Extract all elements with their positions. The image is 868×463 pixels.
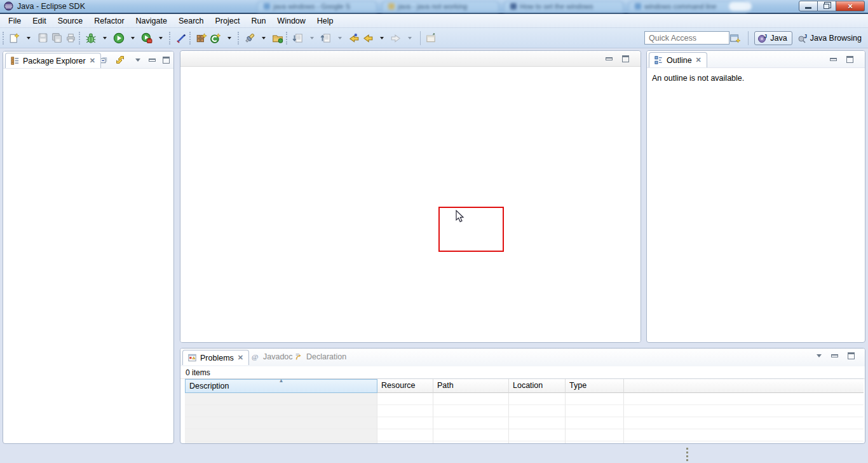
menu-project[interactable]: Project (210, 15, 246, 27)
toolbar-grip[interactable] (238, 32, 240, 45)
toolbar-grip[interactable] (189, 32, 192, 45)
new-java-class-button[interactable] (208, 31, 222, 46)
package-explorer-body[interactable] (3, 69, 173, 444)
back-dropdown[interactable] (375, 31, 389, 46)
new-wizard-dropdown[interactable] (22, 31, 36, 46)
run-button[interactable] (112, 31, 126, 46)
tab-problems[interactable]: Problems ✕ (182, 350, 249, 365)
toolbar-grip[interactable] (79, 32, 81, 45)
next-annotation-dropdown[interactable] (305, 31, 319, 46)
tab-outline[interactable]: Outline ✕ (649, 52, 707, 67)
minimize-view-button[interactable] (828, 55, 838, 64)
previous-annotation-dropdown[interactable] (333, 31, 347, 46)
minimize-view-icon (831, 354, 838, 357)
menu-refactor[interactable]: Refactor (88, 15, 130, 27)
forward-button[interactable] (389, 31, 403, 46)
editor-canvas[interactable] (180, 67, 641, 343)
maximize-view-icon (848, 352, 855, 359)
perspective-java-label: Java (770, 34, 787, 43)
minimize-editor-button[interactable] (604, 54, 614, 63)
next-annotation-button[interactable] (291, 31, 305, 46)
maximize-view-button[interactable] (161, 55, 171, 64)
background-browser-tab[interactable]: How to set the windows (504, 1, 623, 12)
minimize-button[interactable] (799, 1, 818, 11)
quick-access-input[interactable] (644, 31, 729, 45)
table-header-row: ▲ Description Resource Path Location Typ… (185, 379, 864, 393)
column-header-type[interactable]: Type (566, 379, 624, 393)
background-tab-label: java windows - Google S (273, 3, 350, 10)
javadoc-icon: @ (251, 352, 260, 361)
debug-button[interactable] (84, 31, 98, 46)
view-menu-button[interactable] (133, 55, 143, 64)
forward-dropdown[interactable] (403, 31, 417, 46)
declaration-icon (294, 352, 303, 361)
close-view-icon[interactable]: ✕ (89, 57, 96, 64)
perspective-java-browsing-button[interactable]: J Java Browsing (795, 32, 864, 45)
open-new-window-button[interactable] (424, 31, 438, 46)
new-java-project-button[interactable] (194, 31, 208, 46)
menu-navigate[interactable]: Navigate (130, 15, 173, 27)
open-resource-button[interactable] (271, 31, 285, 46)
annotation-rectangle (438, 207, 504, 252)
back-button[interactable] (361, 31, 375, 46)
external-tools-dropdown[interactable] (154, 31, 168, 46)
view-menu-icon (817, 354, 822, 357)
last-edit-location-button[interactable] (347, 31, 361, 46)
minimize-view-button[interactable] (147, 55, 157, 64)
debug-icon (85, 32, 97, 44)
link-with-editor-button[interactable] (115, 55, 125, 64)
minimize-view-button[interactable] (829, 351, 839, 360)
menu-help[interactable]: Help (311, 15, 339, 27)
previous-annotation-button[interactable] (319, 31, 333, 46)
menu-run[interactable]: Run (245, 15, 271, 27)
save-all-button[interactable] (50, 31, 64, 46)
close-view-icon[interactable]: ✕ (695, 57, 702, 64)
open-perspective-button[interactable] (728, 31, 742, 46)
column-header-path[interactable]: Path (433, 379, 509, 393)
menu-source[interactable]: Source (52, 15, 89, 27)
favicon-icon (510, 3, 517, 10)
save-icon (37, 32, 48, 43)
main-toolbar: J Java J Java Browsing (0, 28, 868, 48)
background-browser-tab[interactable]: java - java not working (382, 1, 499, 12)
perspective-java-button[interactable]: J Java (754, 31, 792, 45)
menu-window[interactable]: Window (271, 15, 311, 27)
menu-file[interactable]: File (3, 15, 27, 27)
restore-button[interactable] (818, 1, 836, 11)
column-header-description[interactable]: ▲ Description (185, 379, 377, 393)
menu-search[interactable]: Search (173, 15, 210, 27)
new-wizard-button[interactable] (8, 31, 22, 46)
tab-declaration[interactable]: Declaration (290, 350, 351, 364)
save-button[interactable] (36, 31, 50, 46)
toolbar-grip[interactable] (286, 32, 288, 45)
status-bar (0, 445, 868, 463)
maximize-editor-button[interactable] (620, 54, 630, 63)
debug-dropdown[interactable] (98, 31, 112, 46)
column-header-location[interactable]: Location (509, 379, 566, 393)
toolbar-grip[interactable] (169, 32, 172, 45)
maximize-view-button[interactable] (846, 351, 856, 360)
column-header-resource[interactable]: Resource (377, 379, 433, 393)
maximize-view-icon (846, 56, 853, 63)
print-button[interactable] (64, 31, 78, 46)
external-tools-button[interactable] (140, 31, 154, 46)
close-view-icon[interactable]: ✕ (237, 354, 244, 361)
favicon-icon (635, 3, 641, 10)
items-count: 0 items (180, 366, 865, 379)
tab-package-explorer[interactable]: Package Explorer ✕ (5, 53, 101, 68)
status-drag-handle[interactable] (686, 448, 688, 461)
search-dropdown[interactable] (257, 31, 271, 46)
mark-occurrences-button[interactable] (174, 31, 188, 46)
toolbar-grip[interactable] (3, 32, 5, 45)
search-button[interactable] (243, 31, 257, 46)
new-java-class-dropdown[interactable] (222, 31, 236, 46)
run-dropdown[interactable] (126, 31, 140, 46)
next-annotation-icon (292, 32, 304, 44)
background-browser-tab[interactable]: java windows - Google S (257, 1, 377, 12)
last-edit-location-icon (348, 32, 360, 44)
close-button[interactable]: × (836, 1, 865, 11)
view-menu-button[interactable] (814, 351, 824, 360)
maximize-view-button[interactable] (844, 55, 855, 64)
menu-edit[interactable]: Edit (27, 15, 52, 27)
eclipse-logo-icon (4, 1, 13, 11)
